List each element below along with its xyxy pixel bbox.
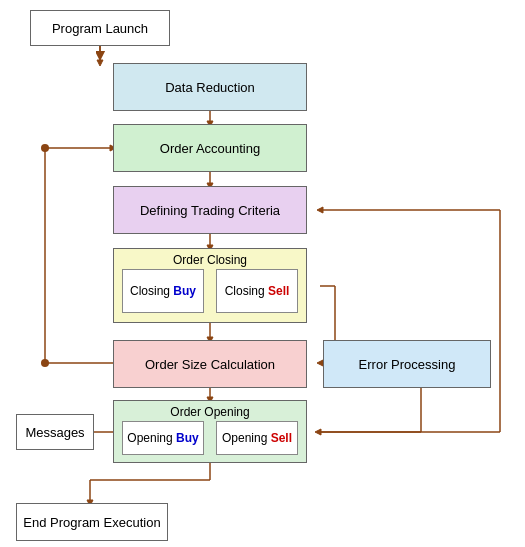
order-size-calculation-label: Order Size Calculation [145,357,275,372]
order-closing-box: Order Closing Closing Buy Closing Sell [113,248,307,323]
order-opening-label: Order Opening [114,405,306,419]
closing-sell-box: Closing Sell [216,269,298,313]
defining-trading-criteria-label: Defining Trading Criteria [140,203,280,218]
opening-sell-bold: Sell [271,431,292,445]
closing-buy-bold: Buy [173,284,196,298]
data-reduction-box: Data Reduction [113,63,307,111]
program-launch-label: Program Launch [52,21,148,36]
junction-dot-2 [41,359,49,367]
opening-buy-box: Opening Buy [122,421,204,455]
closing-buy-box: Closing Buy [122,269,204,313]
order-size-calculation-box: Order Size Calculation [113,340,307,388]
junction-dot-1 [41,144,49,152]
opening-buy-bold: Buy [176,431,199,445]
svg-marker-26 [315,429,321,435]
error-processing-box: Error Processing [323,340,491,388]
order-accounting-label: Order Accounting [160,141,260,156]
messages-label: Messages [25,425,84,440]
error-processing-label: Error Processing [359,357,456,372]
opening-sell-box: Opening Sell [216,421,298,455]
flowchart: Program Launch Data Reduction Order Acco… [0,0,525,547]
opening-buy-label: Opening Buy [127,431,198,445]
end-program-label: End Program Execution [23,515,160,530]
closing-buy-label: Closing Buy [130,284,196,298]
program-launch-box: Program Launch [30,10,170,46]
closing-sell-label: Closing Sell [225,284,290,298]
end-program-box: End Program Execution [16,503,168,541]
svg-marker-34 [317,207,323,213]
defining-trading-criteria-box: Defining Trading Criteria [113,186,307,234]
data-reduction-label: Data Reduction [165,80,255,95]
svg-marker-3 [97,60,103,66]
messages-box: Messages [16,414,94,450]
closing-sell-bold: Sell [268,284,289,298]
opening-sell-label: Opening Sell [222,431,292,445]
order-closing-label: Order Closing [114,253,306,267]
order-opening-box: Order Opening Opening Buy Opening Sell [113,400,307,463]
order-accounting-box: Order Accounting [113,124,307,172]
